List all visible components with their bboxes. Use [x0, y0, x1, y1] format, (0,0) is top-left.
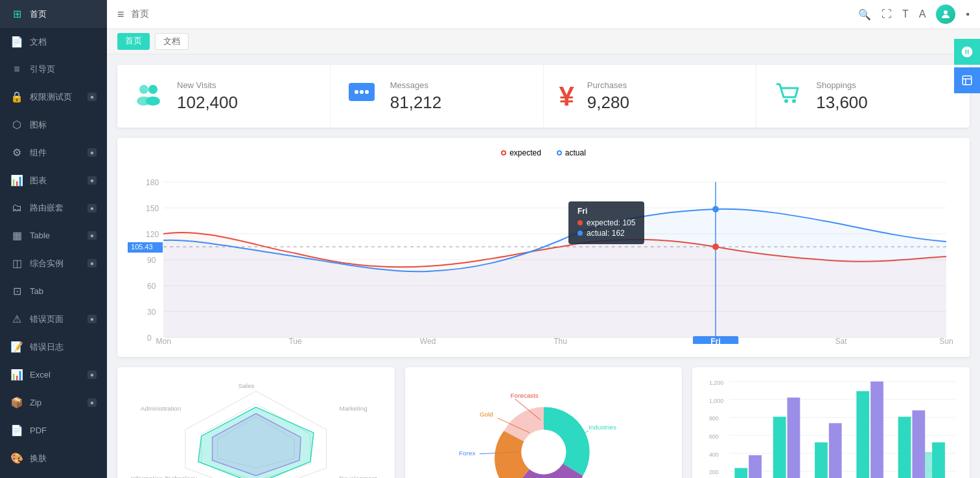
header: ≡ 首页 🔍 ⛶ T A ▪ — [107, 0, 980, 29]
sidebar-item-examples[interactable]: ◫ 综合实例 ● — [0, 249, 107, 277]
svg-rect-86 — [932, 442, 945, 478]
svg-text:Development: Development — [339, 475, 377, 478]
sidebar-item-pdf[interactable]: 📄 PDF — [0, 416, 107, 444]
sidebar-label-auth: 权限测试页 — [30, 91, 72, 103]
tabs-bar: 首页 文档 — [107, 29, 980, 54]
svg-text:600: 600 — [709, 433, 719, 440]
font-icon[interactable]: T — [902, 8, 909, 20]
new-visits-icon — [133, 78, 164, 115]
search-icon[interactable]: 🔍 — [858, 8, 871, 21]
sidebar-item-error[interactable]: ⚠ 错误页面 ● — [0, 305, 107, 333]
stat-info-new-visits: New Visits 102,400 — [177, 80, 238, 113]
svg-rect-84 — [898, 416, 911, 478]
excel-icon: 📊 — [10, 369, 23, 381]
bar-svg: 1,200 1,000 800 600 400 200 0 — [703, 378, 959, 478]
sidebar-label-charts: 图表 — [30, 175, 47, 187]
radar-svg: Sales Marketing Development Customer Sup… — [128, 378, 384, 478]
sidebar-item-excel[interactable]: 📊 Excel ● — [0, 361, 107, 389]
svg-text:Fri: Fri — [710, 337, 720, 344]
sidebar-label-tab: Tab — [30, 286, 43, 296]
main-area: ≡ 首页 🔍 ⛶ T A ▪ 首页 文档 — [107, 0, 980, 478]
settings-icon[interactable]: ▪ — [966, 8, 970, 20]
svg-text:Gold: Gold — [480, 411, 493, 418]
stat-card-messages: Messages 81,212 — [331, 65, 544, 128]
chart-legend: expected actual — [128, 148, 959, 157]
sidebar-item-docs[interactable]: 📄 文档 — [0, 28, 107, 56]
sidebar-item-auth[interactable]: 🔒 权限测试页 ● — [0, 83, 107, 111]
sidebar-item-components[interactable]: ⚙ 组件 ● — [0, 139, 107, 166]
error-icon: ⚠ — [10, 313, 23, 325]
sidebar-label-docs: 文档 — [30, 36, 47, 48]
svg-point-10 — [792, 99, 796, 103]
sidebar-item-icons[interactable]: ⬡ 图标 — [0, 111, 107, 139]
svg-rect-85 — [913, 411, 926, 478]
theme-icon: 🎨 — [10, 452, 23, 464]
sidebar-item-routing[interactable]: 🗂 路由嵌套 ● — [0, 194, 107, 222]
purchases-icon: ¥ — [559, 81, 574, 112]
error-badge: ● — [88, 315, 97, 323]
sidebar-item-errorlog[interactable]: 📝 错误日志 — [0, 333, 107, 361]
avatar[interactable] — [936, 5, 955, 24]
svg-text:150: 150 — [146, 204, 159, 213]
errorlog-icon: 📝 — [10, 341, 23, 353]
sidebar-label-theme: 换肤 — [30, 453, 47, 464]
svg-text:180: 180 — [146, 178, 159, 187]
bottom-charts: Sales Marketing Development Customer Sup… — [117, 367, 970, 478]
translate-icon[interactable]: A — [919, 8, 926, 20]
shoppings-icon — [772, 78, 803, 115]
stat-label-purchases: Purchases — [587, 80, 629, 90]
tab-docs[interactable]: 文档 — [155, 33, 189, 50]
svg-rect-87 — [926, 452, 933, 478]
excel-badge: ● — [88, 370, 97, 379]
menu-toggle-icon[interactable]: ≡ — [117, 8, 124, 21]
sidebar-label-home: 首页 — [30, 8, 47, 20]
examples-badge: ● — [88, 259, 97, 267]
stat-label-new-visits: New Visits — [177, 80, 238, 90]
content: New Visits 102,400 Messages 81,212 — [107, 54, 980, 478]
stat-card-shoppings: Shoppings 13,600 — [756, 65, 970, 128]
stat-card-new-visits: New Visits 102,400 — [117, 65, 331, 128]
zip-badge: ● — [88, 398, 97, 407]
donut-chart-box: Forecasts Gold Industries Forex Technolo… — [405, 367, 682, 478]
svg-rect-81 — [829, 423, 842, 478]
routing-badge: ● — [88, 204, 97, 212]
stat-info-shoppings: Shoppings 13,600 — [816, 80, 868, 113]
sidebar-label-zip: Zip — [30, 398, 41, 407]
stat-label-shoppings: Shoppings — [816, 80, 868, 90]
svg-point-1 — [139, 85, 148, 94]
charts-badge: ● — [88, 176, 97, 185]
fullscreen-icon[interactable]: ⛶ — [881, 8, 892, 20]
sidebar-item-theme[interactable]: 🎨 换肤 — [0, 444, 107, 472]
pdf-icon: 📄 — [10, 424, 23, 437]
sidebar-label-icons: 图标 — [30, 119, 47, 131]
sidebar-label-excel: Excel — [30, 370, 51, 380]
svg-point-2 — [148, 85, 158, 94]
svg-text:30: 30 — [147, 308, 156, 317]
sidebar-item-table[interactable]: ▦ Table ● — [0, 222, 107, 249]
svg-text:Sun: Sun — [939, 337, 953, 344]
bar-chart-box: 1,200 1,000 800 600 400 200 0 — [692, 367, 970, 478]
tab-home[interactable]: 首页 — [117, 33, 150, 50]
svg-text:800: 800 — [709, 415, 719, 422]
sidebar-item-tab[interactable]: ⊡ Tab — [0, 277, 107, 305]
sidebar-item-zip[interactable]: 📦 Zip ● — [0, 389, 107, 416]
header-right: 🔍 ⛶ T A ▪ — [858, 5, 970, 24]
examples-icon: ◫ — [10, 257, 23, 269]
messages-icon — [346, 78, 377, 115]
float-chat-button[interactable] — [954, 39, 980, 65]
svg-point-8 — [365, 90, 369, 94]
stat-value-messages: 81,212 — [390, 93, 442, 113]
sidebar-item-guide[interactable]: ≡ 引导页 — [0, 56, 107, 83]
sidebar-item-charts[interactable]: 📊 图表 ● — [0, 166, 107, 194]
float-settings-button[interactable] — [954, 67, 980, 93]
stat-info-messages: Messages 81,212 — [390, 80, 442, 113]
zip-icon: 📦 — [10, 396, 23, 409]
svg-text:Wed: Wed — [420, 337, 436, 344]
line-chart-container: expected actual 0 30 60 90 120 150 180 — [117, 138, 970, 357]
stat-value-new-visits: 102,400 — [177, 93, 238, 113]
svg-point-0 — [944, 10, 948, 14]
sidebar-label-pdf: PDF — [30, 426, 47, 435]
sidebar-item-home[interactable]: ⊞ 首页 — [0, 0, 107, 28]
svg-text:1,000: 1,000 — [709, 398, 723, 404]
line-chart-svg: 0 30 60 90 120 150 180 — [128, 163, 959, 344]
